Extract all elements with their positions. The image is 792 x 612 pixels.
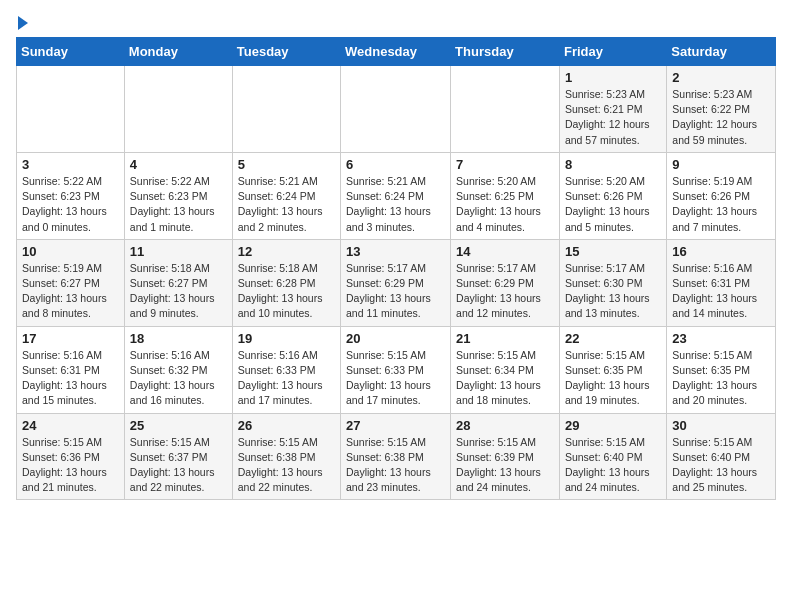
day-number: 26 [238,418,335,433]
day-number: 15 [565,244,661,259]
day-cell: 9Sunrise: 5:19 AM Sunset: 6:26 PM Daylig… [667,152,776,239]
header-day-saturday: Saturday [667,38,776,66]
week-row-2: 10Sunrise: 5:19 AM Sunset: 6:27 PM Dayli… [17,239,776,326]
day-info: Sunrise: 5:15 AM Sunset: 6:35 PM Dayligh… [672,348,770,409]
day-info: Sunrise: 5:17 AM Sunset: 6:30 PM Dayligh… [565,261,661,322]
day-info: Sunrise: 5:22 AM Sunset: 6:23 PM Dayligh… [130,174,227,235]
day-info: Sunrise: 5:15 AM Sunset: 6:39 PM Dayligh… [456,435,554,496]
header [16,16,776,29]
day-info: Sunrise: 5:18 AM Sunset: 6:28 PM Dayligh… [238,261,335,322]
header-day-thursday: Thursday [451,38,560,66]
day-number: 9 [672,157,770,172]
day-cell: 15Sunrise: 5:17 AM Sunset: 6:30 PM Dayli… [559,239,666,326]
header-day-tuesday: Tuesday [232,38,340,66]
day-cell: 23Sunrise: 5:15 AM Sunset: 6:35 PM Dayli… [667,326,776,413]
day-info: Sunrise: 5:15 AM Sunset: 6:40 PM Dayligh… [565,435,661,496]
day-cell: 20Sunrise: 5:15 AM Sunset: 6:33 PM Dayli… [341,326,451,413]
day-number: 18 [130,331,227,346]
day-cell: 29Sunrise: 5:15 AM Sunset: 6:40 PM Dayli… [559,413,666,500]
day-cell: 16Sunrise: 5:16 AM Sunset: 6:31 PM Dayli… [667,239,776,326]
day-number: 10 [22,244,119,259]
day-cell: 13Sunrise: 5:17 AM Sunset: 6:29 PM Dayli… [341,239,451,326]
day-cell: 11Sunrise: 5:18 AM Sunset: 6:27 PM Dayli… [124,239,232,326]
day-info: Sunrise: 5:23 AM Sunset: 6:21 PM Dayligh… [565,87,661,148]
day-number: 11 [130,244,227,259]
day-number: 13 [346,244,445,259]
day-cell [232,66,340,153]
day-number: 24 [22,418,119,433]
day-info: Sunrise: 5:21 AM Sunset: 6:24 PM Dayligh… [346,174,445,235]
day-cell: 2Sunrise: 5:23 AM Sunset: 6:22 PM Daylig… [667,66,776,153]
day-cell: 3Sunrise: 5:22 AM Sunset: 6:23 PM Daylig… [17,152,125,239]
day-cell [341,66,451,153]
day-info: Sunrise: 5:15 AM Sunset: 6:35 PM Dayligh… [565,348,661,409]
day-cell [451,66,560,153]
day-number: 1 [565,70,661,85]
day-cell: 26Sunrise: 5:15 AM Sunset: 6:38 PM Dayli… [232,413,340,500]
day-info: Sunrise: 5:16 AM Sunset: 6:31 PM Dayligh… [672,261,770,322]
day-info: Sunrise: 5:15 AM Sunset: 6:36 PM Dayligh… [22,435,119,496]
day-info: Sunrise: 5:21 AM Sunset: 6:24 PM Dayligh… [238,174,335,235]
day-info: Sunrise: 5:19 AM Sunset: 6:26 PM Dayligh… [672,174,770,235]
week-row-1: 3Sunrise: 5:22 AM Sunset: 6:23 PM Daylig… [17,152,776,239]
header-row: SundayMondayTuesdayWednesdayThursdayFrid… [17,38,776,66]
day-cell: 28Sunrise: 5:15 AM Sunset: 6:39 PM Dayli… [451,413,560,500]
day-number: 6 [346,157,445,172]
day-number: 4 [130,157,227,172]
header-day-monday: Monday [124,38,232,66]
day-info: Sunrise: 5:16 AM Sunset: 6:32 PM Dayligh… [130,348,227,409]
day-number: 3 [22,157,119,172]
header-day-friday: Friday [559,38,666,66]
day-cell: 14Sunrise: 5:17 AM Sunset: 6:29 PM Dayli… [451,239,560,326]
day-info: Sunrise: 5:15 AM Sunset: 6:37 PM Dayligh… [130,435,227,496]
day-number: 30 [672,418,770,433]
week-row-4: 24Sunrise: 5:15 AM Sunset: 6:36 PM Dayli… [17,413,776,500]
day-number: 25 [130,418,227,433]
day-cell: 24Sunrise: 5:15 AM Sunset: 6:36 PM Dayli… [17,413,125,500]
day-cell: 5Sunrise: 5:21 AM Sunset: 6:24 PM Daylig… [232,152,340,239]
day-number: 2 [672,70,770,85]
day-info: Sunrise: 5:15 AM Sunset: 6:34 PM Dayligh… [456,348,554,409]
day-cell: 6Sunrise: 5:21 AM Sunset: 6:24 PM Daylig… [341,152,451,239]
day-info: Sunrise: 5:18 AM Sunset: 6:27 PM Dayligh… [130,261,227,322]
day-number: 20 [346,331,445,346]
day-info: Sunrise: 5:22 AM Sunset: 6:23 PM Dayligh… [22,174,119,235]
day-info: Sunrise: 5:15 AM Sunset: 6:33 PM Dayligh… [346,348,445,409]
logo [16,16,28,29]
day-cell: 7Sunrise: 5:20 AM Sunset: 6:25 PM Daylig… [451,152,560,239]
day-number: 8 [565,157,661,172]
day-cell: 22Sunrise: 5:15 AM Sunset: 6:35 PM Dayli… [559,326,666,413]
day-number: 14 [456,244,554,259]
day-number: 29 [565,418,661,433]
week-row-0: 1Sunrise: 5:23 AM Sunset: 6:21 PM Daylig… [17,66,776,153]
day-number: 7 [456,157,554,172]
day-cell: 17Sunrise: 5:16 AM Sunset: 6:31 PM Dayli… [17,326,125,413]
day-number: 17 [22,331,119,346]
day-info: Sunrise: 5:15 AM Sunset: 6:38 PM Dayligh… [238,435,335,496]
day-info: Sunrise: 5:23 AM Sunset: 6:22 PM Dayligh… [672,87,770,148]
logo-chevron-icon [18,16,28,30]
header-day-sunday: Sunday [17,38,125,66]
day-cell: 30Sunrise: 5:15 AM Sunset: 6:40 PM Dayli… [667,413,776,500]
logo-brand [16,16,28,29]
day-info: Sunrise: 5:16 AM Sunset: 6:33 PM Dayligh… [238,348,335,409]
day-number: 19 [238,331,335,346]
page: SundayMondayTuesdayWednesdayThursdayFrid… [0,0,792,516]
day-info: Sunrise: 5:19 AM Sunset: 6:27 PM Dayligh… [22,261,119,322]
day-cell [17,66,125,153]
day-info: Sunrise: 5:15 AM Sunset: 6:40 PM Dayligh… [672,435,770,496]
day-cell [124,66,232,153]
day-number: 5 [238,157,335,172]
day-cell: 10Sunrise: 5:19 AM Sunset: 6:27 PM Dayli… [17,239,125,326]
week-row-3: 17Sunrise: 5:16 AM Sunset: 6:31 PM Dayli… [17,326,776,413]
day-cell: 1Sunrise: 5:23 AM Sunset: 6:21 PM Daylig… [559,66,666,153]
day-number: 28 [456,418,554,433]
header-day-wednesday: Wednesday [341,38,451,66]
day-cell: 21Sunrise: 5:15 AM Sunset: 6:34 PM Dayli… [451,326,560,413]
calendar-header: SundayMondayTuesdayWednesdayThursdayFrid… [17,38,776,66]
calendar-body: 1Sunrise: 5:23 AM Sunset: 6:21 PM Daylig… [17,66,776,500]
day-cell: 27Sunrise: 5:15 AM Sunset: 6:38 PM Dayli… [341,413,451,500]
day-cell: 18Sunrise: 5:16 AM Sunset: 6:32 PM Dayli… [124,326,232,413]
day-info: Sunrise: 5:17 AM Sunset: 6:29 PM Dayligh… [456,261,554,322]
day-cell: 19Sunrise: 5:16 AM Sunset: 6:33 PM Dayli… [232,326,340,413]
